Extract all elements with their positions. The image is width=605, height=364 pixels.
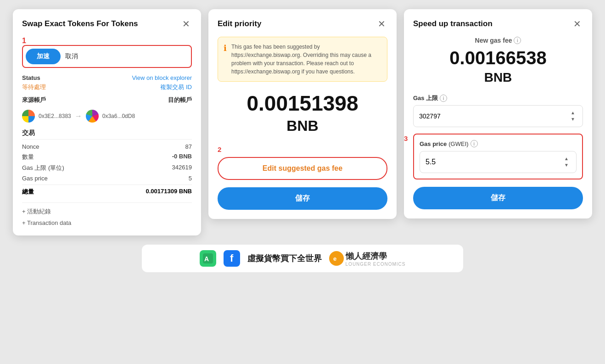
total-label: 總量 xyxy=(22,188,34,196)
gas-limit-spinner-controls: ▲ ▼ xyxy=(569,110,577,122)
to-address: 0x3a6...0dD8 xyxy=(102,113,135,119)
transfer-arrow-icon: → xyxy=(75,112,82,120)
accelerate-button[interactable]: 加速 xyxy=(26,49,61,64)
gas-limit-row: Gas 上限 (單位) 342619 xyxy=(22,164,192,172)
amount-value: -0 BNB xyxy=(172,153,192,161)
tx-data-link[interactable]: + Transaction data xyxy=(22,219,192,226)
edit-gas-fee-button[interactable]: Edit suggested gas fee xyxy=(218,157,387,180)
status-section: Status View on block explorer xyxy=(22,74,192,81)
alligator-logo: A xyxy=(200,250,216,267)
gas-price-info-icon: i xyxy=(471,140,478,147)
current-gas-amount: 0.00151398 xyxy=(218,91,387,116)
gas-price-up-button[interactable]: ▲ xyxy=(562,156,571,162)
panel2-title: Edit priority xyxy=(218,19,261,28)
gas-limit-info-icon: i xyxy=(440,95,447,102)
panel2-close-button[interactable]: ✕ xyxy=(376,18,387,29)
gas-price-value: 5 xyxy=(189,175,192,182)
nonce-label: Nonce xyxy=(22,143,39,150)
nonce-value: 87 xyxy=(185,143,192,150)
accounts-header-row: 來源帳戶 目的帳戶 xyxy=(22,96,192,104)
panel1-header: Swap Exact Tokens For Tokens ✕ xyxy=(22,18,192,29)
panel3-title: Speed up transaction xyxy=(413,19,493,28)
from-label: 來源帳戶 xyxy=(22,96,46,104)
panel-edit-priority: Edit priority ✕ ℹ This gas fee has been … xyxy=(208,9,397,219)
panel2-header: Edit priority ✕ xyxy=(218,18,387,29)
gas-price-down-button[interactable]: ▼ xyxy=(562,162,571,168)
panel1-close-button[interactable]: ✕ xyxy=(180,18,192,29)
step1-badge: 1 xyxy=(22,37,26,45)
activity-section: + 活動紀錄 + Transaction data xyxy=(22,202,192,226)
copy-tx-link[interactable]: 複製交易 ID xyxy=(160,83,192,91)
gas-price-section-wrapper: 3 Gas price (GWEI) i 5.5 ▲ ▼ xyxy=(413,134,583,179)
facebook-logo: f xyxy=(224,250,240,267)
step2-badge: 2 xyxy=(218,146,387,153)
total-value: 0.00171309 BNB xyxy=(146,188,192,196)
amount-label: 數量 xyxy=(22,153,34,161)
total-row: 總量 0.00171309 BNB xyxy=(22,188,192,196)
gas-limit-value: 342619 xyxy=(172,164,192,172)
cancel-button[interactable]: 取消 xyxy=(65,52,78,61)
bottom-main-text: 虛擬貨幣買下全世界 xyxy=(247,253,322,264)
to-avatar xyxy=(86,110,99,123)
svg-text:e: e xyxy=(333,255,336,262)
bottom-bar: A f 虛擬貨幣買下全世界 e 懶人經濟學 LOUNGER ECONOMICS xyxy=(142,245,463,272)
lazy-sub-text: LOUNGER ECONOMICS xyxy=(346,262,406,267)
panel3-header: Speed up transaction ✕ xyxy=(413,18,583,29)
from-avatar xyxy=(22,110,35,123)
new-gas-unit: BNB xyxy=(413,70,583,85)
warning-text: This gas fee has been suggested by https… xyxy=(231,43,381,76)
gas-price-label: Gas price xyxy=(22,175,48,182)
to-label: 目的帳戶 xyxy=(168,96,192,104)
current-gas-unit: BNB xyxy=(218,118,387,134)
gas-price-row: Gas price 5 xyxy=(22,175,192,182)
gas-price-field-label: Gas price (GWEI) i xyxy=(420,140,577,147)
status-label: Status xyxy=(22,74,40,81)
account-transfer-row: 0x3E2...8383 → 0x3a6...0dD8 xyxy=(22,110,192,123)
gas-limit-label: Gas 上限 (單位) xyxy=(22,164,64,172)
panel1-title: Swap Exact Tokens For Tokens xyxy=(22,19,138,28)
new-gas-amount: 0.00166538 xyxy=(413,48,583,68)
from-address: 0x3E2...8383 xyxy=(39,113,71,119)
gas-limit-field-label: Gas 上限 i xyxy=(413,94,583,102)
warning-icon: ℹ xyxy=(224,43,227,76)
status-value-row: 等待處理 複製交易 ID xyxy=(22,83,192,91)
panel-swap-tokens: Swap Exact Tokens For Tokens ✕ 1 加速 取消 S… xyxy=(13,9,201,235)
amount-row: 數量 -0 BNB xyxy=(22,153,192,161)
gas-limit-input[interactable]: 302797 ▲ ▼ xyxy=(413,105,583,127)
gas-limit-up-button[interactable]: ▲ xyxy=(569,110,577,116)
lazy-main-text: 懶人經濟學 xyxy=(346,251,406,262)
svg-text:A: A xyxy=(204,255,209,263)
nonce-row: Nonce 87 xyxy=(22,143,192,150)
new-gas-info-icon: i xyxy=(514,37,521,44)
gas-limit-input-value: 302797 xyxy=(419,112,441,120)
lazy-icon: e xyxy=(329,251,344,266)
gas-price-section: Gas price (GWEI) i 5.5 ▲ ▼ xyxy=(413,134,583,179)
gwei-unit: (GWEI) xyxy=(448,140,468,147)
gas-price-input[interactable]: 5.5 ▲ ▼ xyxy=(420,151,577,173)
panel-speed-up: Speed up transaction ✕ New gas fee i 0.0… xyxy=(404,9,592,218)
lazy-logo-group: e 懶人經濟學 LOUNGER ECONOMICS xyxy=(329,251,406,267)
status-value: 等待處理 xyxy=(22,83,46,91)
panel3-close-button[interactable]: ✕ xyxy=(571,18,583,29)
step3-badge: 3 xyxy=(404,134,408,142)
view-explorer-link[interactable]: View on block explorer xyxy=(132,74,192,81)
panel3-save-button[interactable]: 儲存 xyxy=(413,187,583,209)
panel2-save-button[interactable]: 儲存 xyxy=(218,187,387,210)
gas-price-spinner-controls: ▲ ▼ xyxy=(562,156,571,168)
action-buttons-row: 加速 取消 xyxy=(22,45,192,68)
gas-limit-down-button[interactable]: ▼ xyxy=(569,117,577,122)
activity-link[interactable]: + 活動紀錄 xyxy=(22,207,192,216)
gas-price-input-value: 5.5 xyxy=(426,158,436,166)
tx-section-title: 交易 xyxy=(22,129,192,140)
warning-box: ℹ This gas fee has been suggested by htt… xyxy=(218,37,387,82)
lazy-text-block: 懶人經濟學 LOUNGER ECONOMICS xyxy=(346,251,406,267)
new-gas-label: New gas fee i xyxy=(413,37,583,44)
